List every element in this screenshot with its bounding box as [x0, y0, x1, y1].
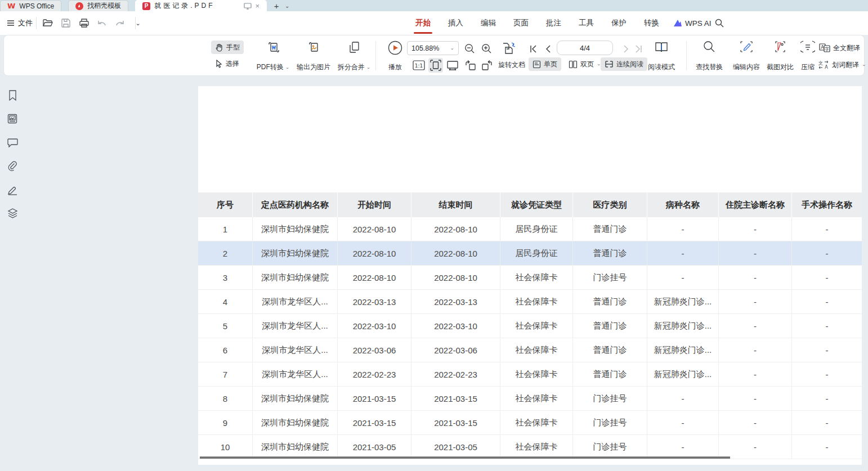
table-cell: -	[792, 435, 862, 459]
table-cell: 10	[198, 435, 253, 459]
table-cell: 2	[198, 241, 253, 265]
table-cell: 2022-08-10	[411, 266, 500, 289]
table-cell: -	[719, 435, 792, 459]
table-cell: 2022-02-23	[411, 362, 500, 386]
new-tab-button[interactable]: +	[270, 0, 283, 11]
table-cell: 社会保障卡	[500, 266, 573, 289]
pdf-convert-button[interactable]: PDF转换⌄	[252, 41, 294, 72]
menu-home[interactable]: 开始	[415, 18, 431, 28]
table-cell: 深圳市龙华区人...	[253, 290, 338, 313]
document-viewport[interactable]: 序号定点医药机构名称开始时间结束时间就诊凭证类型医疗类别病种名称住院主诊断名称手…	[25, 76, 868, 471]
continuous-read-icon	[605, 60, 614, 68]
page-number-input[interactable]	[557, 41, 613, 55]
table-cell: 2022-08-10	[338, 217, 411, 241]
table-cell: -	[719, 387, 792, 410]
play-button[interactable]: 播放	[382, 41, 408, 72]
split-merge-button[interactable]: 拆分合并⌄	[332, 41, 377, 72]
zoom-in-icon[interactable]	[479, 41, 494, 56]
table-cell: 深圳市妇幼保健院	[253, 266, 338, 289]
compress-button[interactable]: 压缩	[795, 41, 820, 72]
table-cell: -	[792, 217, 862, 241]
menu-search-icon[interactable]	[715, 11, 724, 35]
svg-text:A: A	[825, 65, 828, 69]
export-image-icon	[307, 41, 320, 54]
hand-tool-button[interactable]: 手型	[211, 41, 244, 54]
menu-edit[interactable]: 编辑	[480, 18, 496, 28]
close-tab-icon[interactable]: ×	[256, 2, 260, 10]
horizontal-scrollbar[interactable]	[200, 456, 730, 459]
edit-content-label: 编辑内容	[733, 62, 760, 72]
comment-icon[interactable]	[7, 137, 18, 148]
table-cell: -	[719, 362, 792, 386]
menu-page[interactable]: 页面	[513, 18, 529, 28]
menu-protect[interactable]: 保护	[611, 18, 627, 28]
tab-list-chevron-icon[interactable]: ⌄	[283, 0, 292, 11]
last-page-icon[interactable]	[631, 42, 646, 56]
first-page-icon[interactable]	[526, 42, 541, 56]
fit-width-icon[interactable]	[445, 58, 460, 73]
read-mode-button[interactable]: 阅读模式	[646, 41, 677, 72]
menu-convert[interactable]: 转换	[643, 18, 660, 28]
monitor-icon[interactable]	[244, 3, 252, 10]
file-menu-button[interactable]: 文件	[7, 11, 33, 35]
word-translate-button[interactable]: 文 A 划词翻译 ⌄	[818, 58, 866, 71]
open-file-icon[interactable]	[42, 17, 54, 29]
chevron-down-icon: ⌄	[366, 65, 371, 70]
rotate-right-icon[interactable]	[480, 58, 494, 73]
rotate-left-icon[interactable]	[463, 58, 478, 73]
table-cell: -	[792, 290, 862, 313]
table-cell: -	[792, 241, 862, 265]
split-merge-label: 拆分合并	[338, 62, 365, 72]
export-image-button[interactable]: 输出为图片	[291, 41, 336, 72]
table-cell: 2022-08-10	[411, 217, 500, 241]
zoom-out-icon[interactable]	[462, 41, 477, 56]
table-cell: -	[647, 266, 719, 289]
bookmark-icon[interactable]	[7, 89, 18, 101]
continuous-read-button[interactable]: 连续阅读	[601, 57, 647, 71]
single-page-button[interactable]: 单页	[529, 57, 561, 71]
table-cell: 新冠肺炎门诊...	[647, 314, 719, 338]
save-icon[interactable]	[60, 17, 72, 29]
find-replace-button[interactable]: 查找替换	[692, 41, 727, 72]
table-cell: 2021-03-15	[411, 411, 500, 434]
menu-tools[interactable]: 工具	[578, 18, 594, 28]
zoom-level-select[interactable]: 105.88% ⌄	[407, 41, 459, 55]
undo-icon[interactable]	[96, 17, 108, 29]
double-page-button[interactable]: 双页 ⌄	[565, 57, 605, 71]
table-cell: 居民身份证	[500, 241, 573, 265]
menu-insert[interactable]: 插入	[448, 18, 464, 28]
swap-pages-icon[interactable]	[500, 40, 518, 57]
print-icon[interactable]	[78, 17, 90, 29]
thumbnail-icon[interactable]	[7, 113, 18, 124]
table-cell: 2021-03-15	[338, 387, 411, 410]
edit-content-button[interactable]: 编辑内容	[729, 41, 764, 72]
pdf-convert-icon	[266, 41, 280, 54]
table-header-row: 序号定点医药机构名称开始时间结束时间就诊凭证类型医疗类别病种名称住院主诊断名称手…	[198, 192, 862, 217]
table-cell: -	[647, 411, 719, 434]
wps-ai-button[interactable]: WPS AI	[673, 11, 712, 35]
redo-icon[interactable]	[114, 17, 126, 29]
full-translate-button[interactable]: A 字 全文翻译	[819, 41, 860, 55]
select-tool-button[interactable]: 选择	[211, 57, 243, 70]
rotate-doc-label: 旋转文档	[498, 60, 525, 70]
column-header: 序号	[198, 192, 253, 217]
signature-icon[interactable]	[7, 184, 18, 195]
book-icon	[654, 41, 669, 54]
table-row: 4深圳市龙华区人...2022-03-132022-03-13社会保障卡普通门诊…	[198, 290, 862, 314]
tab-wps-office[interactable]: W WPS Office	[0, 0, 61, 11]
actual-size-icon[interactable]: 1:1	[411, 58, 426, 73]
tab-docer-templates[interactable]: 找稻壳模板	[68, 0, 128, 11]
menu-comment[interactable]: 批注	[545, 18, 562, 28]
table-cell: -	[647, 435, 719, 459]
quick-access-chevron-icon[interactable]: ⌄	[132, 17, 144, 29]
svg-text:A: A	[821, 45, 824, 50]
screenshot-compare-button[interactable]: 截图对比	[763, 41, 798, 72]
rotate-doc-button[interactable]: 旋转文档	[498, 58, 525, 71]
find-replace-label: 查找替换	[696, 62, 723, 72]
fit-page-icon[interactable]	[428, 58, 443, 73]
table-cell: -	[647, 387, 719, 410]
previous-page-icon[interactable]	[541, 42, 556, 56]
layers-icon[interactable]	[7, 208, 18, 219]
tab-document-pdf[interactable]: P 就医记录.PDF ×	[135, 0, 267, 11]
attachment-icon[interactable]	[7, 160, 18, 172]
